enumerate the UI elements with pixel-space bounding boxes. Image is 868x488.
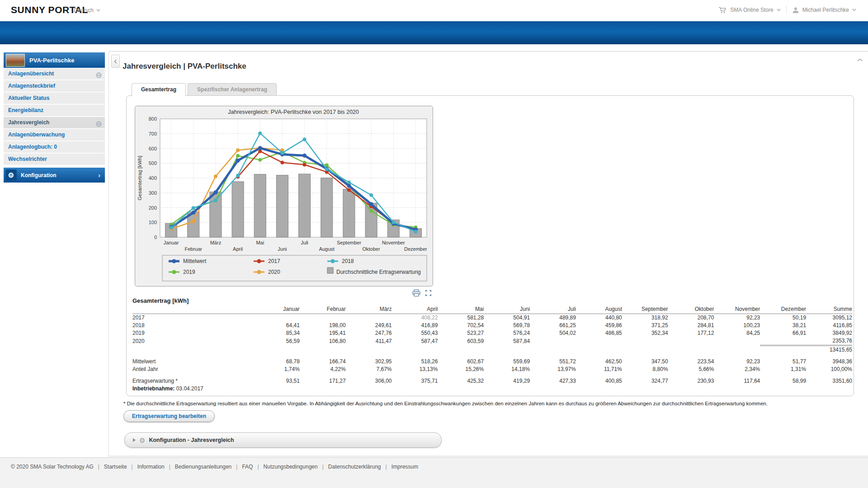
cell: [254, 346, 300, 354]
cell: 306,00: [346, 377, 392, 385]
x-tick: Oktober: [363, 246, 380, 252]
footer-link-faq[interactable]: FAQ: [242, 464, 253, 470]
footer-link-startseite[interactable]: Startseite: [104, 464, 127, 470]
cell: 64,41: [254, 322, 300, 329]
chevron-down-icon: [852, 9, 856, 11]
row-label: 2020: [132, 337, 254, 346]
y-axis-label: Gesamtertrag [kWh]: [137, 156, 142, 200]
cell: 51,77: [760, 358, 806, 366]
x-tick: April: [233, 246, 243, 252]
row-label: 2017: [132, 314, 254, 322]
cell: [622, 346, 668, 354]
cell: 13,13%: [392, 366, 438, 373]
sidebar-nav: AnlagenübersichtAnlagensteckbriefAktuell…: [4, 68, 105, 165]
sidebar-item-anlagen-berwachung[interactable]: Anlagenüberwachung: [4, 129, 105, 141]
cell: 504,02: [530, 329, 576, 337]
sidebar-item-label: Wechselrichter: [8, 156, 47, 162]
cell: 324,77: [622, 377, 668, 385]
sidebar-item-label: Jahresvergleich: [8, 119, 49, 126]
language-selector[interactable]: Deutsch: [74, 7, 100, 14]
footer-separator: |: [169, 464, 170, 470]
footer-link-bedienungsanleitungen[interactable]: Bedienungsanleitungen: [175, 464, 231, 470]
plant-thumbnail: [6, 54, 25, 67]
chevron-down-icon: [777, 9, 781, 11]
y-tick: 600: [149, 146, 157, 151]
cell: [346, 314, 392, 322]
print-chart-button[interactable]: [412, 289, 420, 297]
table-row-2017: 2017408,22581,28504,91489,89440,80318,92…: [132, 314, 852, 322]
x-tick: Juli: [301, 240, 308, 245]
spacer-row: [132, 373, 852, 377]
gear-icon: ⚙: [5, 169, 17, 181]
column-header-juli: Juli: [530, 305, 576, 314]
footer-link-nutzungsbedingungen[interactable]: Nutzungsbedingungen: [264, 464, 318, 470]
user-menu[interactable]: Michael Perlitschke: [792, 7, 856, 14]
cell: 425,32: [438, 377, 484, 385]
printer-icon: [412, 289, 420, 297]
cell: 661,25: [530, 322, 576, 329]
sidebar-item-anlagen-bersicht[interactable]: Anlagenübersicht: [4, 68, 105, 80]
cell: 15,26%: [438, 366, 484, 373]
edit-expectation-button[interactable]: Ertragserwartung bearbeiten: [123, 410, 215, 422]
plant-name: PVA-Perlitschke: [29, 57, 74, 64]
footer: © 2020 SMA Solar Technology AG|Startseit…: [0, 457, 868, 488]
cell: 223,54: [668, 358, 714, 366]
triangle-right-icon: [133, 438, 136, 442]
plant-header[interactable]: PVA-Perlitschke: [4, 52, 105, 68]
cell: [346, 346, 392, 354]
sidebar-item-aktueller-status[interactable]: Aktueller Status: [4, 92, 105, 104]
x-tick: Dezember: [404, 246, 427, 252]
sidebar-item-jahresvergleich[interactable]: Jahresvergleich: [4, 117, 105, 128]
svg-text:2019: 2019: [183, 269, 195, 275]
cell: 198,00: [300, 322, 346, 329]
cell: 318,92: [622, 314, 668, 322]
cell: 3849,92: [806, 329, 852, 337]
config-accordion[interactable]: ⚙ Konfiguration - Jahresvergleich: [124, 432, 442, 448]
sidebar-item-label: Anlagensteckbrief: [8, 83, 55, 89]
chevron-left-icon: [114, 59, 117, 64]
collapse-sidebar-button[interactable]: [111, 55, 120, 68]
cell: 4116,85: [806, 322, 852, 329]
footer-link-information[interactable]: Information: [137, 464, 165, 470]
column-header-januar: Januar: [254, 305, 300, 314]
config-accordion-label: Konfiguration - Jahresvergleich: [149, 437, 234, 443]
y-tick: 800: [149, 116, 157, 122]
footer-link-impressum[interactable]: Impressum: [392, 464, 418, 470]
sidebar-item-wechselrichter[interactable]: Wechselrichter: [4, 153, 105, 165]
scroll-top-button[interactable]: [857, 56, 863, 64]
x-tick: Juni: [278, 246, 287, 252]
sidebar-item-konfiguration[interactable]: ⚙ Konfiguration ›: [4, 168, 105, 183]
tab-bar: Gesamtertrag Spezifischer Anlagenertrag: [132, 83, 277, 96]
cell: [300, 314, 346, 322]
y-tick: 400: [149, 175, 157, 181]
fullscreen-chart-button[interactable]: [425, 289, 432, 297]
cell: 2,34%: [714, 366, 760, 373]
cell: [530, 337, 576, 346]
sidebar-item-anlagenlogbuch-0[interactable]: Anlagenlogbuch: 0: [4, 141, 105, 153]
cell: [714, 337, 760, 346]
cell: 400,85: [576, 377, 622, 385]
top-header: SUNNY PORTAL Deutsch SMA Online Store M: [0, 0, 868, 21]
column-header-april: April: [392, 305, 438, 314]
chevron-up-icon: [857, 58, 863, 62]
sidebar-item-label: Anlagenlogbuch: 0: [8, 144, 57, 150]
cell: 247,76: [346, 329, 392, 337]
online-store-menu[interactable]: SMA Online Store: [718, 6, 780, 14]
sidebar-item-anlagensteckbrief[interactable]: Anlagensteckbrief: [4, 80, 105, 92]
cell: 2353,76: [806, 337, 852, 346]
tab-gesamtertrag[interactable]: Gesamtertrag: [132, 83, 186, 96]
user-name-label: Michael Perlitschke: [802, 7, 849, 13]
tab-spezifischer-anlagenertrag[interactable]: Spezifischer Anlagenertrag: [188, 83, 277, 96]
footer-link-datenschutzerkl-rung[interactable]: Datenschutzerklärung: [328, 464, 381, 470]
gear-icon: ⚙: [139, 437, 145, 444]
expand-icon: [425, 289, 432, 297]
column-header-november: November: [714, 305, 760, 314]
column-header-empty: [132, 305, 254, 314]
cell: 504,91: [484, 314, 530, 322]
cell: 249,61: [346, 322, 392, 329]
y-tick: 700: [149, 131, 157, 136]
cell: 177,12: [668, 329, 714, 337]
yield-table-section: Gesamtertrag [kWh] JanuarFebruarMärzApri…: [132, 297, 852, 393]
row-label: Ertragserwartung *: [132, 377, 254, 385]
sidebar-item-energiebilanz[interactable]: Energiebilanz: [4, 104, 105, 116]
